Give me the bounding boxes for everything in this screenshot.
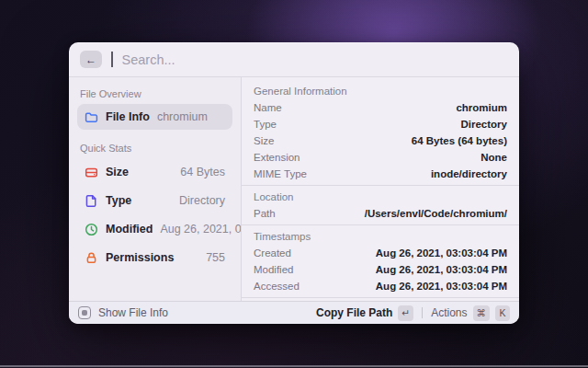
actions-menu-button[interactable]: Actions	[431, 306, 467, 319]
hard-drive-icon	[85, 166, 98, 179]
sidebar-item-size[interactable]: Size 64 Bytes	[77, 158, 232, 186]
section-divider	[242, 297, 519, 298]
section-divider	[242, 224, 519, 225]
detail-row: Modified Aug 26, 2021, 03:03:04 PM	[254, 261, 507, 278]
stat-value: Aug 26, 2021, 03:0...	[160, 223, 241, 236]
detail-row: Type Directory	[254, 116, 507, 132]
detail-row: Name chromium	[254, 99, 507, 116]
return-keycap: ↵	[398, 305, 413, 321]
footer-separator	[422, 307, 423, 318]
stat-value: 755	[206, 251, 225, 264]
sidebar-item-file-info[interactable]: File Info chromium	[77, 104, 232, 130]
stat-label: Type	[106, 194, 131, 207]
detail-section-title: General Information	[254, 83, 507, 99]
extension-icon	[78, 306, 91, 319]
detail-value: inode/directory	[431, 168, 507, 179]
sidebar-item-label: File Info	[106, 110, 150, 123]
detail-row: MIME Type inode/directory	[254, 166, 507, 182]
raycast-window: ← File Overview File Info chromium Quick…	[69, 42, 519, 324]
folder-icon	[85, 110, 98, 124]
detail-section-title: Timestamps	[254, 228, 507, 245]
window-body: File Overview File Info chromium Quick S…	[69, 77, 519, 301]
detail-label: Path	[254, 208, 276, 219]
stat-label: Modified	[106, 223, 153, 236]
detail-row: Accessed Aug 26, 2021, 03:03:04 PM	[254, 278, 507, 294]
clock-icon	[85, 223, 98, 236]
detail-section-title: Location	[254, 189, 507, 205]
detail-value: 64 Bytes (64 bytes)	[412, 135, 507, 146]
detail-label: Extension	[254, 152, 300, 163]
search-header: ←	[69, 42, 519, 77]
k-keycap: K	[495, 305, 510, 321]
stat-value: Directory	[179, 194, 225, 207]
arrow-left-icon: ←	[85, 54, 96, 65]
detail-label: Modified	[254, 264, 293, 275]
sidebar-section-title: Quick Stats	[77, 137, 232, 158]
detail-value: Aug 26, 2021, 03:03:04 PM	[376, 264, 507, 275]
detail-label: Size	[254, 135, 274, 146]
sidebar-item-subtitle: chromium	[157, 110, 208, 123]
detail-value: chromium	[456, 102, 507, 113]
detail-row: Path /Users/envl/Code/chromium/	[254, 205, 507, 222]
desktop-background: ← File Overview File Info chromium Quick…	[0, 0, 588, 368]
detail-label: Type	[254, 119, 277, 130]
detail-row: Extension None	[254, 149, 507, 166]
sidebar-item-type[interactable]: Type Directory	[77, 187, 232, 214]
detail-label: Created	[254, 247, 291, 259]
search-input[interactable]	[122, 52, 509, 67]
lock-icon	[85, 251, 98, 265]
detail-value: /Users/envl/Code/chromium/	[365, 208, 507, 219]
detail-value: Aug 26, 2021, 03:03:04 PM	[376, 281, 507, 292]
detail-label: MIME Type	[254, 168, 307, 179]
detail-value: None	[481, 152, 507, 163]
section-divider	[242, 185, 519, 186]
command-name: Show File Info	[98, 306, 168, 319]
screen-edge-line	[0, 365, 588, 367]
sidebar-section-title: File Overview	[77, 83, 232, 104]
command-keycap: ⌘	[473, 305, 491, 321]
text-caret	[111, 52, 113, 67]
sidebar: File Overview File Info chromium Quick S…	[69, 77, 241, 301]
primary-action-button[interactable]: Copy File Path	[316, 306, 392, 319]
detail-panel: General Information Name chromium Type D…	[242, 77, 519, 301]
detail-label: Accessed	[254, 281, 300, 292]
detail-value: Aug 26, 2021, 03:03:04 PM	[376, 247, 507, 259]
footer-actions: Copy File Path ↵ Actions ⌘ K	[316, 305, 510, 321]
sidebar-item-permissions[interactable]: Permissions 755	[77, 244, 232, 271]
stat-label: Size	[106, 166, 129, 178]
detail-label: Name	[254, 102, 282, 113]
file-icon	[85, 194, 98, 208]
detail-row: Created Aug 26, 2021, 03:03:04 PM	[254, 245, 507, 261]
stat-label: Permissions	[106, 251, 174, 264]
action-bar: Show File Info Copy File Path ↵ Actions …	[69, 301, 519, 324]
back-button[interactable]: ←	[80, 51, 102, 68]
stat-value: 64 Bytes	[180, 166, 225, 178]
detail-row: Size 64 Bytes (64 bytes)	[254, 132, 507, 149]
detail-value: Directory	[461, 119, 508, 130]
sidebar-item-modified[interactable]: Modified Aug 26, 2021, 03:0...	[77, 215, 232, 243]
